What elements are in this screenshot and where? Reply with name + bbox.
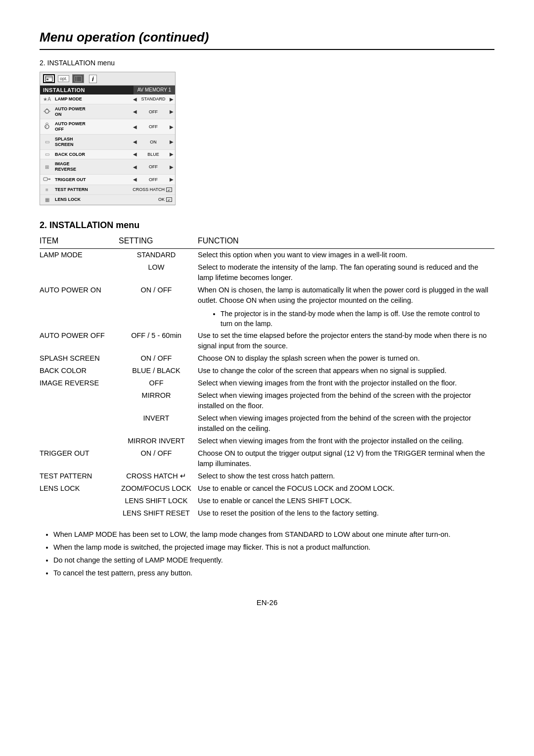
table-row: TEST PATTERN CROSS HATCH ↵ Select to sho… bbox=[40, 470, 494, 482]
item-auto-power-on: AUTO POWER ON bbox=[40, 284, 119, 330]
trigger-out-icon bbox=[40, 176, 54, 184]
setting-splash-screen: ON / OFF bbox=[119, 352, 198, 365]
setting-trigger-out: ON / OFF bbox=[119, 447, 198, 470]
lens-lock-icon: ▦ bbox=[40, 197, 54, 202]
item-auto-power-off: AUTO POWER OFF bbox=[40, 330, 119, 352]
menu-item-trigger-out: TRIGGER OUT ◀ OFF ▶ bbox=[40, 175, 175, 185]
setting-invert: INVERT bbox=[119, 412, 198, 435]
tab-icon-2 bbox=[72, 74, 84, 83]
page-title: Menu operation (continued) bbox=[40, 30, 494, 50]
page-number: EN-26 bbox=[40, 598, 494, 607]
table-row: IMAGE REVERSE OFF Select when viewing im… bbox=[40, 377, 494, 389]
lens-lock-value: OK ↵ bbox=[158, 197, 175, 202]
setting-lens-shift-reset: LENS SHIFT RESET bbox=[119, 507, 198, 520]
menu-item-lamp-mode: ★A LAMP MODE ◀ STANDARD ▶ bbox=[40, 94, 175, 104]
function-lens-shift-reset: Use to reset the position of the lens to… bbox=[198, 507, 494, 520]
auto-power-on-arrow-left: ◀ bbox=[132, 109, 138, 114]
table-row: MIRROR Select when viewing images projec… bbox=[40, 389, 494, 412]
auto-power-on-label: AUTO POWERON bbox=[54, 105, 132, 118]
lamp-mode-arrow-right: ▶ bbox=[168, 96, 175, 102]
table-row: MIRROR INVERT Select when viewing images… bbox=[40, 435, 494, 447]
tab-opt: opt. bbox=[58, 75, 69, 82]
trigger-out-label: TRIGGER OUT bbox=[54, 176, 132, 184]
setting-lens-shift-lock: LENS SHIFT LOCK bbox=[119, 495, 198, 507]
setting-mirror-invert: MIRROR INVERT bbox=[119, 435, 198, 447]
item-back-color: BACK COLOR bbox=[40, 365, 119, 377]
item-splash-screen: SPLASH SCREEN bbox=[40, 352, 119, 365]
table-row: SPLASH SCREEN ON / OFF Choose ON to disp… bbox=[40, 352, 494, 365]
back-color-arrow-left: ◀ bbox=[132, 151, 138, 157]
note-item-1: When LAMP MODE has been set to LOW, the … bbox=[53, 529, 494, 540]
auto-power-off-icon: ↺ bbox=[40, 123, 54, 131]
back-color-icon: ▭ bbox=[40, 151, 54, 157]
image-reverse-arrow-left: ◀ bbox=[132, 164, 138, 170]
function-mirror-invert: Select when viewing images from the fron… bbox=[198, 435, 494, 447]
table-row: LENS LOCK ZOOM/FOCUS LOCK Use to enable … bbox=[40, 482, 494, 495]
item-image-reverse: IMAGE REVERSE bbox=[40, 377, 119, 389]
test-pattern-icon: ≡ bbox=[40, 187, 54, 192]
table-row: BACK COLOR BLUE / BLACK Use to change th… bbox=[40, 365, 494, 377]
menu-item-auto-power-on: AUTO POWERON ◀ OFF ▶ bbox=[40, 104, 175, 120]
menu-header: INSTALLATION AV MEMORY 1 bbox=[40, 86, 175, 94]
menu-item-auto-power-off: ↺ AUTO POWEROFF ◀ OFF ▶ bbox=[40, 119, 175, 135]
col-item: ITEM bbox=[40, 236, 119, 249]
col-function: FUNCTION bbox=[198, 236, 494, 249]
col-setting: SETTING bbox=[119, 236, 198, 249]
table-row: INVERT Select when viewing images projec… bbox=[40, 412, 494, 435]
menu-ui-container: opt. i INSTALLATION AV MEMORY 1 ★A LAMP … bbox=[40, 72, 176, 205]
auto-power-off-label: AUTO POWEROFF bbox=[54, 120, 132, 133]
item-lens-lock: LENS LOCK bbox=[40, 482, 119, 495]
menu-item-back-color: ▭ BACK COLOR ◀ BLUE ▶ bbox=[40, 150, 175, 160]
svg-rect-3 bbox=[75, 76, 82, 82]
menu-item-lens-lock: ▦ LENS LOCK OK ↵ bbox=[40, 195, 175, 205]
table-row: LENS SHIFT RESET Use to reset the positi… bbox=[40, 507, 494, 520]
item-empty-1 bbox=[40, 261, 119, 284]
setting-test-pattern: CROSS HATCH ↵ bbox=[119, 470, 198, 482]
auto-power-off-value: OFF bbox=[138, 124, 168, 129]
item-empty-6 bbox=[40, 507, 119, 520]
table-row: LOW Select to moderate the intensity of … bbox=[40, 261, 494, 284]
function-lens-shift-lock: Use to enable or cancel the LENS SHIFT L… bbox=[198, 495, 494, 507]
menu-tabs: opt. i bbox=[40, 72, 175, 86]
table-row: LENS SHIFT LOCK Use to enable or cancel … bbox=[40, 495, 494, 507]
menu-item-image-reverse: ⊞ IMAGEREVERSE ◀ OFF ▶ bbox=[40, 159, 175, 175]
lamp-mode-value: STANDARD bbox=[138, 96, 168, 101]
auto-power-off-arrow-right: ▶ bbox=[168, 124, 175, 130]
setting-image-reverse-off: OFF bbox=[119, 377, 198, 389]
back-color-arrow-right: ▶ bbox=[168, 151, 175, 157]
trigger-out-arrow-right: ▶ bbox=[168, 177, 175, 182]
function-image-reverse-off: Select when viewing images from the fron… bbox=[198, 377, 494, 389]
menu-header-right-label: AV MEMORY 1 bbox=[134, 86, 175, 94]
image-reverse-value: OFF bbox=[138, 164, 168, 169]
image-reverse-arrow-right: ▶ bbox=[168, 164, 175, 170]
splash-screen-arrow-left: ◀ bbox=[132, 139, 138, 144]
note-item-3: Do not change the setting of LAMP MODE f… bbox=[53, 555, 494, 566]
installation-table: ITEM SETTING FUNCTION LAMP MODE STANDARD… bbox=[40, 236, 494, 520]
function-trigger-out: Choose ON to output the trigger output s… bbox=[198, 447, 494, 470]
item-empty-4 bbox=[40, 435, 119, 447]
splash-screen-icon: ▭ bbox=[40, 139, 54, 144]
setting-standard: STANDARD bbox=[119, 248, 198, 261]
tab-icon-1 bbox=[43, 74, 55, 83]
setting-auto-power-on: ON / OFF bbox=[119, 284, 198, 330]
setting-low: LOW bbox=[119, 261, 198, 284]
bullet-sub-item: The projector is in the stand-by mode wh… bbox=[221, 309, 490, 329]
installation-section-title: 2. INSTALLATION menu bbox=[40, 220, 494, 231]
menu-item-test-pattern: ≡ TEST PATTERN CROSS HATCH ↵ bbox=[40, 185, 175, 195]
function-zoom-focus-lock: Use to enable or cancel the FOCUS LOCK a… bbox=[198, 482, 494, 495]
splash-screen-arrow-right: ▶ bbox=[168, 139, 175, 144]
image-reverse-label: IMAGEREVERSE bbox=[54, 160, 132, 173]
table-row: LAMP MODE STANDARD Select this option wh… bbox=[40, 248, 494, 261]
function-invert: Select when viewing images projected fro… bbox=[198, 412, 494, 435]
lens-lock-label: LENS LOCK bbox=[54, 196, 158, 203]
function-standard: Select this option when you want to view… bbox=[198, 248, 494, 261]
lamp-mode-label: LAMP MODE bbox=[54, 95, 132, 103]
svg-rect-11 bbox=[44, 178, 47, 181]
auto-power-off-arrow-left: ◀ bbox=[132, 124, 138, 130]
item-empty-5 bbox=[40, 495, 119, 507]
trigger-out-arrow-left: ◀ bbox=[132, 177, 138, 182]
setting-mirror: MIRROR bbox=[119, 389, 198, 412]
svg-rect-2 bbox=[46, 79, 48, 80]
function-splash-screen: Choose ON to display the splash screen w… bbox=[198, 352, 494, 365]
setting-back-color: BLUE / BLACK bbox=[119, 365, 198, 377]
